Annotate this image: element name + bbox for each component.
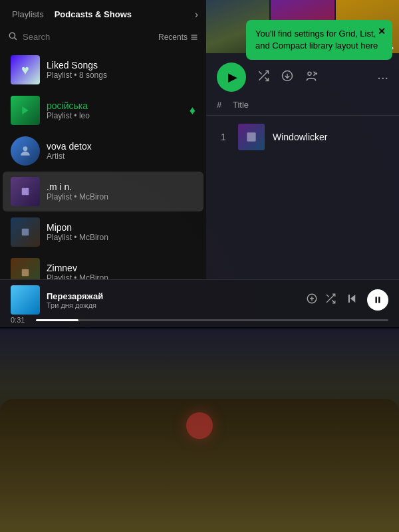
playlist-sub-liked: Playlist • 8 songs bbox=[47, 70, 196, 80]
top-area: Playlists Podcasts & Shows › Recents bbox=[0, 0, 399, 279]
playlist-item-rosiyska[interactable]: російська Playlist • leo ♦ bbox=[3, 90, 203, 130]
svg-rect-8 bbox=[22, 229, 29, 236]
playlist-name-rosiyska: російська bbox=[47, 100, 183, 111]
playlist-name-liked: Liked Songs bbox=[47, 60, 196, 70]
svg-rect-9 bbox=[22, 269, 29, 277]
playlist-sub-miron: Playlist • McBiron bbox=[47, 233, 196, 242]
playlist-name-vova: vova detox bbox=[47, 141, 196, 152]
sidebar: Playlists Podcasts & Shows › Recents bbox=[0, 0, 206, 279]
now-playing-add-button[interactable] bbox=[306, 293, 318, 307]
playlist-thumb-zimnev bbox=[11, 258, 40, 279]
tooltip-close-button[interactable]: ✕ bbox=[378, 25, 386, 39]
playlist-sub-zimnev: Playlist • McBiron bbox=[47, 273, 196, 279]
now-playing-info: Перезаряжай Три дня дождя bbox=[47, 291, 299, 309]
playlist-name-min: .m i n. bbox=[47, 182, 196, 192]
playlist-info-min: .m i n. Playlist • McBiron bbox=[47, 182, 196, 201]
svg-point-12 bbox=[308, 72, 311, 75]
track-title-windowlicker: Windowlicker bbox=[273, 132, 327, 142]
track-num-1: 1 bbox=[217, 132, 230, 142]
np-pause-button[interactable] bbox=[367, 289, 388, 311]
playlist-info-zimnev: Zimnev Playlist • McBiron bbox=[47, 263, 196, 279]
svg-rect-15 bbox=[247, 132, 255, 141]
tooltip-text: You'll find settings for Grid, List, and… bbox=[255, 29, 378, 51]
tab-playlists[interactable]: Playlists bbox=[8, 7, 48, 22]
svg-point-6 bbox=[23, 146, 28, 151]
playlist-item-vova[interactable]: vova detox Artist bbox=[3, 131, 203, 171]
track-list-header: # Title bbox=[206, 97, 399, 116]
tab-podcasts-shows[interactable]: Podcasts & Shows bbox=[51, 7, 136, 22]
playlist-thumb-miron bbox=[11, 217, 40, 247]
now-playing-artist: Три дня дождя bbox=[47, 301, 299, 309]
playlist-item-min[interactable]: .m i n. Playlist • McBiron bbox=[3, 172, 203, 211]
device-bar bbox=[0, 327, 399, 532]
download-button[interactable] bbox=[281, 69, 294, 86]
now-playing-controls bbox=[325, 289, 388, 311]
playlist-info-rosiyska: російська Playlist • leo bbox=[47, 100, 183, 120]
svg-marker-5 bbox=[22, 106, 28, 114]
recents-label[interactable]: Recents bbox=[158, 33, 198, 42]
now-playing-time: 0:31 bbox=[11, 316, 31, 324]
now-playing-thumb bbox=[11, 285, 40, 315]
now-playing-title: Перезаряжай bbox=[47, 291, 299, 301]
np-prev-button[interactable] bbox=[346, 293, 358, 308]
playlist-info-miron: Міроn Playlist • McBiron bbox=[47, 222, 196, 242]
svg-point-0 bbox=[9, 33, 15, 38]
progress-bar[interactable] bbox=[36, 319, 388, 321]
playlist-info-liked: Liked Songs Playlist • 8 songs bbox=[47, 60, 196, 80]
track-item-windowlicker[interactable]: 1 Windowlicker bbox=[206, 118, 399, 156]
playlist-list: ♥ Liked Songs Playlist • 8 songs російсь… bbox=[0, 47, 206, 279]
search-input[interactable] bbox=[23, 32, 153, 42]
track-thumb-1 bbox=[238, 124, 265, 150]
playlist-sub-rosiyska: Playlist • leo bbox=[47, 111, 183, 120]
tab-arrow-icon[interactable]: › bbox=[195, 9, 198, 21]
playlist-info-vova: vova detox Artist bbox=[47, 141, 196, 161]
recents-text: Recents bbox=[158, 33, 188, 42]
playlist-sub-vova: Artist bbox=[47, 152, 196, 161]
playlist-thumb-vova bbox=[11, 136, 40, 166]
svg-rect-7 bbox=[22, 188, 29, 196]
sidebar-search-bar: Recents bbox=[0, 27, 206, 47]
add-user-button[interactable] bbox=[305, 69, 318, 86]
col-num-header: # bbox=[217, 100, 233, 110]
playlist-sub-min: Playlist • McBiron bbox=[47, 192, 196, 201]
playlist-item-miron[interactable]: Міроn Playlist • McBiron bbox=[3, 212, 203, 252]
playing-icon-rosiyska: ♦ bbox=[190, 104, 196, 118]
now-playing-bar: Перезаряжай Три дня дождя bbox=[0, 279, 399, 327]
sidebar-tabs: Playlists Podcasts & Shows › bbox=[0, 0, 206, 27]
device-indicator bbox=[186, 412, 213, 439]
now-playing-progress: 0:31 bbox=[11, 316, 388, 324]
svg-rect-22 bbox=[378, 297, 380, 303]
svg-rect-20 bbox=[348, 295, 350, 303]
col-title-header: Title bbox=[233, 100, 249, 110]
svg-marker-19 bbox=[350, 295, 356, 303]
playlist-thumb-min bbox=[11, 177, 40, 206]
svg-rect-21 bbox=[376, 297, 377, 303]
playlist-thumb-rosiyska bbox=[11, 96, 40, 125]
playlist-item-zimnev[interactable]: Zimnev Playlist • McBiron bbox=[3, 253, 203, 279]
main-content: McBiron • You'll find settings for Grid,… bbox=[206, 0, 399, 279]
playlist-name-zimnev: Zimnev bbox=[47, 263, 196, 273]
playlist-thumb-liked: ♥ bbox=[11, 55, 40, 84]
play-icon: ▶ bbox=[228, 70, 237, 84]
playlist-name-miron: Міроn bbox=[47, 222, 196, 233]
tooltip-popup: You'll find settings for Grid, List, and… bbox=[246, 20, 392, 60]
playlist-item-liked-songs[interactable]: ♥ Liked Songs Playlist • 8 songs bbox=[3, 50, 203, 90]
np-shuffle-button[interactable] bbox=[325, 293, 336, 308]
play-button[interactable]: ▶ bbox=[217, 63, 246, 92]
device-shadow bbox=[0, 327, 399, 330]
now-playing-top: Перезаряжай Три дня дождя bbox=[11, 285, 388, 315]
svg-line-1 bbox=[15, 38, 17, 40]
search-icon bbox=[8, 31, 17, 43]
progress-fill bbox=[36, 319, 78, 321]
shuffle-button[interactable] bbox=[257, 69, 270, 86]
app-container: Playlists Podcasts & Shows › Recents bbox=[0, 0, 399, 532]
more-options-button[interactable]: ··· bbox=[377, 70, 388, 85]
